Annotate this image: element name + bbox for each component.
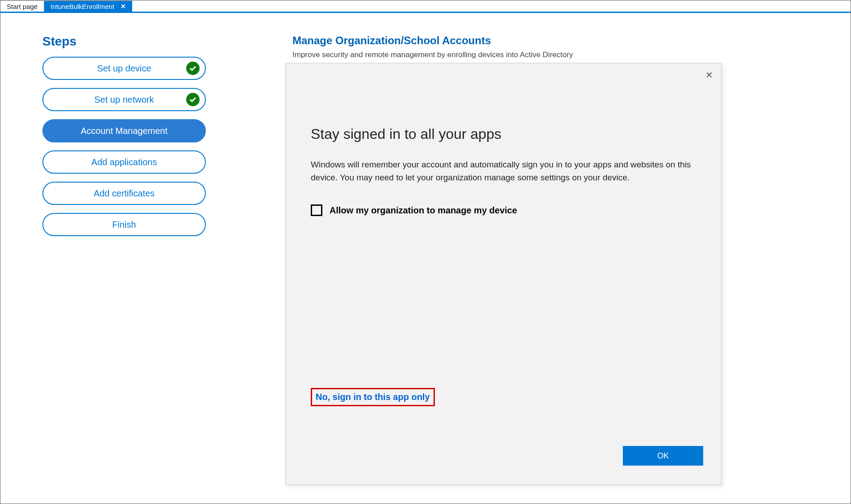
allow-manage-device-checkbox[interactable] — [311, 204, 322, 216]
dialog-text: Windows will remember your account and a… — [311, 158, 696, 184]
tab-label: Start page — [7, 3, 38, 10]
tab-intune-bulk-enrollment[interactable]: IntuneBulkEnrollment ✕ — [44, 0, 132, 12]
sign-in-this-app-only-link[interactable]: No, sign in to this app only — [311, 388, 435, 406]
dialog-title: Stay signed in to all your apps — [311, 126, 696, 142]
step-label: Set up network — [94, 95, 154, 105]
step-label: Add certificates — [94, 188, 155, 199]
page-subtitle: Improve security and remote management b… — [292, 50, 573, 59]
ok-button[interactable]: OK — [623, 446, 703, 466]
step-label: Finish — [112, 220, 136, 230]
step-set-up-network[interactable]: Set up network — [42, 88, 206, 111]
tab-start-page[interactable]: Start page — [0, 0, 44, 12]
app-window: Start page IntuneBulkEnrollment ✕ Steps … — [0, 0, 851, 504]
step-label: Add applications — [92, 157, 157, 167]
step-account-management[interactable]: Account Management — [42, 119, 206, 142]
step-label: Account Management — [81, 126, 168, 136]
step-add-certificates[interactable]: Add certificates — [42, 182, 206, 205]
step-label: Set up device — [97, 63, 151, 74]
step-set-up-device[interactable]: Set up device — [42, 57, 206, 80]
allow-manage-device-row: Allow my organization to manage my devic… — [311, 204, 696, 216]
checkbox-label: Allow my organization to manage my devic… — [330, 205, 517, 216]
steps-sidebar: Steps Set up device Set up network Accou… — [42, 34, 212, 244]
step-add-applications[interactable]: Add applications — [42, 150, 206, 174]
tab-label: IntuneBulkEnrollment — [50, 3, 114, 10]
dialog-body: Stay signed in to all your apps Windows … — [286, 63, 721, 216]
checkmark-icon — [186, 93, 200, 106]
checkmark-icon — [186, 62, 200, 75]
page-title: Manage Organization/School Accounts — [292, 34, 573, 47]
sidebar-title: Steps — [42, 34, 212, 49]
tab-strip: Start page IntuneBulkEnrollment ✕ — [0, 0, 851, 13]
step-finish[interactable]: Finish — [42, 213, 206, 236]
close-icon[interactable]: ✕ — [121, 3, 126, 10]
stay-signed-in-dialog: ✕ Stay signed in to all your apps Window… — [285, 63, 722, 485]
close-icon[interactable]: ✕ — [705, 70, 713, 80]
